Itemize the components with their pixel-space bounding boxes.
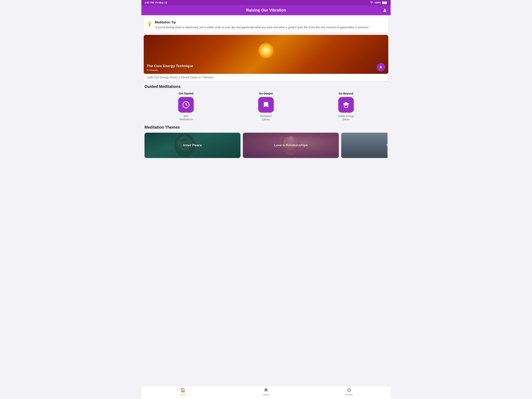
hero-banner[interactable]: The Core Energy Technique 9 minutes [144,35,388,74]
status-date: Fri Mar 13 [155,1,167,4]
status-time: 3:57 PM [145,1,154,4]
graduation-icon [342,101,350,109]
go-beyond-icon-box [338,97,354,113]
go-deeper-label-bottom: MeditationLibrary [260,115,272,121]
status-left: 3:57 PM Fri Mar 13 [145,1,167,4]
love-label: Love & Relationships [274,143,308,147]
get-started-label-top: Get Started [179,92,193,95]
meditation-themes-section: Meditation Themes [141,121,391,160]
status-bar: 3:57 PM Fri Mar 13 100% [141,0,391,5]
status-right: 100% [370,1,387,4]
go-deeper-label-top: Go Deeper [259,92,273,95]
tip-content: Meditation Tip "If you're feeling down o… [155,21,370,29]
tip-title: Meditation Tip [155,21,370,24]
clock-icon [182,101,190,109]
svg-point-2 [384,9,385,10]
status-battery: 100% [374,1,381,4]
meditation-item-go-deeper[interactable]: Go Deeper MeditationLibrary [226,92,306,121]
meditation-item-go-beyond[interactable]: Go Beyond Subtle EnergySeries [306,92,386,121]
profile-button[interactable] [382,8,387,13]
hero-subtitle: Uplift Your Energy, Mood, & Mental Clari… [144,74,388,81]
play-icon [379,65,383,69]
svg-marker-3 [380,66,382,69]
wifi-icon [370,1,373,4]
tip-card: 💡 Meditation Tip "If you're feeling down… [144,18,388,32]
mountain-overlay [341,133,387,158]
inner-peace-label: Inner Peace [183,143,202,147]
guided-meditations-title: Guided Meditations [145,84,387,89]
go-beyond-label-bottom: Subtle EnergySeries [338,115,354,121]
battery-icon [382,1,387,4]
mountain-label: M... [386,143,387,147]
header-title: Raising Our Vibration [246,8,286,13]
theme-card-inner-peace[interactable]: Inner Peace [145,133,241,158]
hero-duration: 9 minutes [147,69,193,71]
guided-meditations-section: Guided Meditations Get Started MiniMedit… [141,81,391,121]
hero-play-button[interactable] [377,63,385,71]
app-header: Raising Our Vibration [141,5,391,15]
hero-sun [258,43,274,58]
user-icon [383,8,387,13]
get-started-icon-box [178,97,194,113]
get-started-label-bottom: MiniMeditations [180,115,192,121]
theme-card-mountain[interactable]: M... [341,133,387,158]
hero-title: The Core Energy Technique [147,64,193,68]
hero-text: The Core Energy Technique 9 minutes [147,64,193,71]
svg-marker-5 [343,102,349,106]
svg-rect-1 [382,2,386,4]
main-content: 💡 Meditation Tip "If you're feeling down… [141,18,391,160]
themes-grid: Inner Peace Love [145,133,387,160]
tip-text: "If you're feeling down or depressed, pu… [155,25,370,29]
meditation-themes-title: Meditation Themes [145,125,387,129]
bookmark-icon [262,101,270,109]
go-beyond-label-top: Go Beyond [339,92,353,95]
theme-card-love-relationships[interactable]: Love & Relationships [243,133,339,158]
go-deeper-icon-box [258,97,274,113]
meditation-item-get-started[interactable]: Get Started MiniMeditations [146,92,226,121]
lightbulb-icon: 💡 [147,21,152,26]
meditation-grid: Get Started MiniMeditations Go Deeper [145,92,387,121]
